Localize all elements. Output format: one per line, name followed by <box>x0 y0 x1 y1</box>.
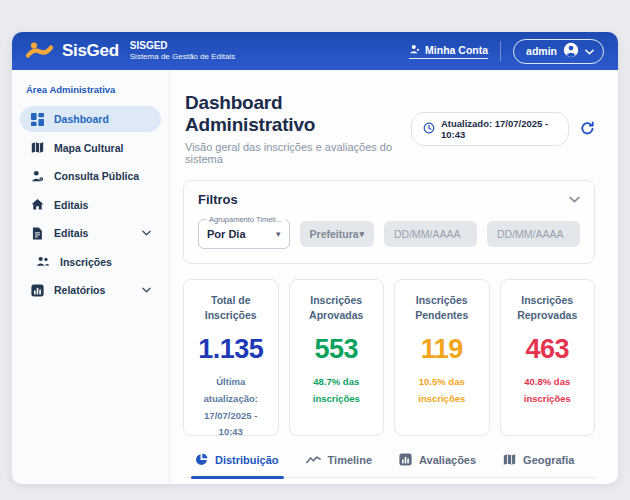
bar-chart-icon <box>30 284 44 297</box>
tab-label: Distribuição <box>215 454 279 466</box>
sidebar: Área Administrativa Dashboard <box>12 70 170 484</box>
chevron-down-icon <box>585 45 594 57</box>
page-title: Dashboard Administrativo <box>185 92 411 136</box>
tab-label: Timeline <box>328 454 372 466</box>
filters-header[interactable]: Filtros <box>198 192 580 207</box>
minha-conta-label: Minha Conta <box>425 44 488 56</box>
stat-value: 463 <box>511 334 585 365</box>
user-avatar-icon <box>563 42 579 60</box>
stat-subtext: 10.5% das inscrições <box>405 374 479 407</box>
sidebar-item-label: Relatórios <box>54 284 105 296</box>
date-end-input[interactable] <box>487 221 580 247</box>
sidebar-item-editais-doc[interactable]: Editais <box>20 220 161 246</box>
timeline-grouping-label: Agrupamento Timeli... <box>206 215 285 224</box>
stat-label: Inscrições Aprovadas <box>300 293 374 323</box>
person-icon <box>409 44 420 57</box>
line-chart-icon <box>306 455 321 465</box>
map-icon <box>503 453 516 466</box>
stat-label: Inscrições Reprovadas <box>511 293 585 323</box>
app-subtitle: Sistema de Gestão de Editais <box>130 52 235 62</box>
sidebar-item-inscricoes[interactable]: Inscrições <box>26 249 161 275</box>
pie-chart-icon <box>195 453 208 466</box>
stat-value: 119 <box>405 334 479 365</box>
timeline-grouping-select[interactable]: Agrupamento Timeli... Por Dia ▾ <box>198 219 290 249</box>
logo-swoosh-icon <box>26 42 53 60</box>
sidebar-item-consulta-publica[interactable]: Consulta Pública <box>20 163 161 189</box>
dashboard-grid-icon <box>30 113 44 126</box>
people-icon <box>36 256 50 267</box>
user-name-label: admin <box>526 45 557 57</box>
stat-card-pendentes: Inscrições Pendentes 119 10.5% das inscr… <box>394 279 490 436</box>
main-content: Dashboard Administrativo Visão geral das… <box>170 70 618 484</box>
sidebar-item-dashboard[interactable]: Dashboard <box>20 106 161 132</box>
stat-value: 553 <box>300 334 374 365</box>
filters-title: Filtros <box>198 192 238 207</box>
refresh-button[interactable] <box>580 121 595 136</box>
sidebar-item-label: Editais <box>54 199 88 211</box>
stat-card-reprovadas: Inscrições Reprovadas 463 40.8% das insc… <box>500 279 596 436</box>
updated-badge-label: Atualizado: 17/07/2025 - 10:43 <box>441 118 557 140</box>
stat-subtext: Última atualização: 17/07/2025 - 10:43 <box>194 374 268 441</box>
sidebar-item-label: Inscrições <box>60 256 112 268</box>
stat-label: Total de Inscrições <box>194 293 268 323</box>
chevron-down-icon[interactable] <box>569 196 580 203</box>
page-subtitle: Visão geral das inscrições e avaliações … <box>185 141 411 165</box>
dropdown-arrow-icon: ▾ <box>359 230 364 239</box>
home-icon <box>30 198 44 211</box>
header-actions: Minha Conta admin <box>409 39 604 64</box>
chart-tabs: Distribuição Timeline <box>183 453 595 478</box>
date-start-input[interactable] <box>384 221 477 247</box>
app-name: SISGED <box>130 40 235 53</box>
sidebar-item-label: Editais <box>54 227 88 239</box>
clock-icon <box>423 122 435 136</box>
stat-card-total-inscricoes: Total de Inscrições 1.135 Última atualiz… <box>183 279 279 436</box>
sidebar-item-label: Mapa Cultural <box>54 142 123 154</box>
document-icon <box>30 227 44 240</box>
updated-badge: Atualizado: 17/07/2025 - 10:43 <box>411 112 569 146</box>
logo-text: SisGed <box>62 41 119 61</box>
user-menu-button[interactable]: admin <box>513 39 604 64</box>
stat-subtext: 40.8% das inscrições <box>511 374 585 407</box>
chevron-down-icon <box>142 230 151 236</box>
header-divider <box>500 41 501 61</box>
app-window: SisGed SISGED Sistema de Gestão de Edita… <box>12 32 618 484</box>
dropdown-arrow-icon: ▾ <box>276 230 281 239</box>
stat-subtext: 48.7% das inscrições <box>300 374 374 407</box>
minha-conta-link[interactable]: Minha Conta <box>409 44 488 59</box>
chevron-down-icon <box>142 287 151 293</box>
tab-distribuicao[interactable]: Distribuição <box>195 453 279 477</box>
tab-geografia[interactable]: Geografia <box>503 453 574 477</box>
sidebar-item-mapa-cultural[interactable]: Mapa Cultural <box>20 135 161 161</box>
sidebar-section-title: Área Administrativa <box>12 82 169 106</box>
tab-avaliacoes[interactable]: Avaliações <box>399 453 476 477</box>
map-icon <box>30 141 44 154</box>
app-identity: SISGED Sistema de Gestão de Editais <box>130 40 235 63</box>
tab-label: Avaliações <box>419 454 476 466</box>
stat-card-aprovadas: Inscrições Aprovadas 553 48.7% das inscr… <box>289 279 385 436</box>
top-header: SisGed SISGED Sistema de Gestão de Edita… <box>12 32 618 70</box>
person-gear-icon <box>30 170 44 183</box>
page-heading: Dashboard Administrativo Visão geral das… <box>185 92 411 165</box>
stats-row: Total de Inscrições 1.135 Última atualiz… <box>183 279 595 436</box>
prefeitura-value: Prefeitura <box>310 228 359 240</box>
sidebar-item-label: Dashboard <box>54 113 109 125</box>
stat-label: Inscrições Pendentes <box>405 293 479 323</box>
brand: SisGed SISGED Sistema de Gestão de Edita… <box>26 40 235 63</box>
bar-chart-icon <box>399 453 412 466</box>
sidebar-item-editais-home[interactable]: Editais <box>20 192 161 218</box>
sidebar-item-relatorios[interactable]: Relatórios <box>20 277 161 303</box>
tab-label: Geografia <box>523 454 574 466</box>
tab-timeline[interactable]: Timeline <box>306 453 372 477</box>
filters-card: Filtros Agrupamento Timeli... Por Dia ▾ … <box>183 180 595 264</box>
timeline-grouping-value: Por Dia <box>207 228 246 240</box>
stat-value: 1.135 <box>194 334 268 365</box>
sidebar-item-label: Consulta Pública <box>54 170 139 182</box>
prefeitura-select[interactable]: Prefeitura ▾ <box>300 221 374 247</box>
